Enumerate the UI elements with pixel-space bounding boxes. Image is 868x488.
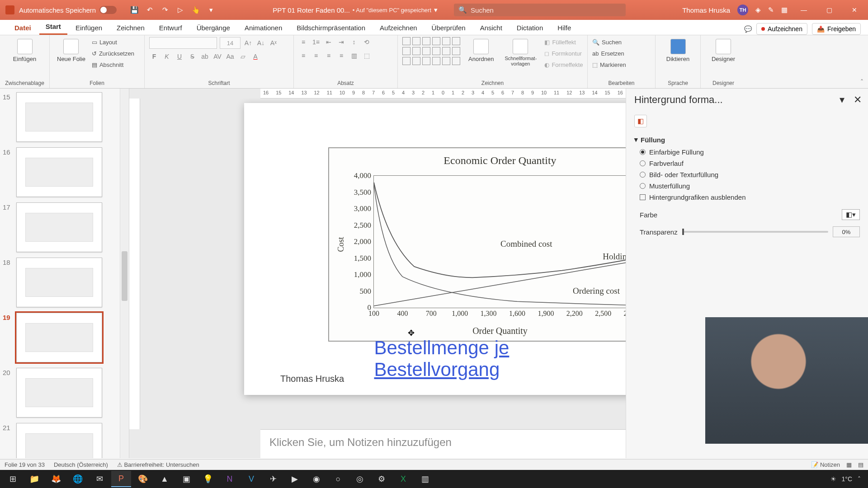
- underline-icon[interactable]: U: [175, 52, 184, 61]
- font-family-select[interactable]: [149, 37, 217, 49]
- view-sorter-icon[interactable]: ▤: [858, 461, 863, 468]
- tab-insert[interactable]: Einfügen: [69, 21, 108, 35]
- outline-button[interactable]: ◻Formkontur: [544, 48, 583, 58]
- justify-icon[interactable]: ≡: [336, 51, 346, 61]
- spacing-icon[interactable]: AV: [212, 52, 222, 61]
- tab-record[interactable]: Aufzeichnen: [373, 21, 424, 35]
- accessibility-status[interactable]: ⚠ Barrierefreiheit: Untersuchen: [117, 461, 199, 468]
- toggle-switch-icon[interactable]: [99, 6, 117, 14]
- close-button[interactable]: ✕: [845, 1, 863, 19]
- taskbar-outlook[interactable]: ✉: [90, 471, 109, 487]
- undo-icon[interactable]: ↶: [145, 5, 155, 15]
- transparency-slider[interactable]: [682, 231, 828, 233]
- weather-icon[interactable]: ☀: [830, 475, 836, 483]
- find-button[interactable]: 🔍Suchen: [592, 37, 651, 47]
- share-button[interactable]: 📤Freigeben: [812, 23, 861, 35]
- taskbar-app-6[interactable]: ○: [328, 471, 348, 487]
- touch-mode-icon[interactable]: 👆: [191, 5, 201, 15]
- taskbar-telegram[interactable]: ✈: [263, 471, 283, 487]
- fill-tab-icon[interactable]: ◧: [634, 115, 647, 127]
- taskbar-vlc[interactable]: ▲: [155, 471, 175, 487]
- slider-knob-icon[interactable]: [682, 229, 684, 235]
- slide-thumbnail-19[interactable]: 19: [16, 313, 117, 362]
- numbering-icon[interactable]: 1≡: [311, 37, 321, 47]
- tab-slideshow[interactable]: Bildschirmpräsentation: [290, 21, 372, 35]
- shapes-gallery[interactable]: [402, 37, 460, 65]
- taskbar-app-3[interactable]: 💡: [198, 471, 218, 487]
- search-box[interactable]: 🔍 Suchen: [454, 4, 626, 16]
- taskbar-app-1[interactable]: 🎨: [133, 471, 153, 487]
- radio-gradient-fill[interactable]: Farbverlauf: [634, 158, 860, 169]
- pen-icon[interactable]: ✎: [768, 6, 774, 14]
- bold-icon[interactable]: F: [149, 52, 159, 61]
- taskbar-app-5[interactable]: ▶: [285, 471, 305, 487]
- designer-button[interactable]: Designer: [705, 37, 741, 64]
- taskbar-app-2[interactable]: ▣: [176, 471, 196, 487]
- redo-icon[interactable]: ↷: [160, 5, 170, 15]
- calendar-icon[interactable]: ▦: [781, 6, 788, 14]
- taskbar-chrome[interactable]: 🌐: [68, 471, 88, 487]
- tab-animations[interactable]: Animationen: [238, 21, 288, 35]
- tab-design[interactable]: Entwurf: [153, 21, 189, 35]
- columns-icon[interactable]: ▥: [349, 51, 359, 61]
- tab-help[interactable]: Hilfe: [551, 21, 577, 35]
- taskbar-firefox[interactable]: 🦊: [46, 471, 66, 487]
- radio-solid-fill[interactable]: Einfarbige Füllung: [634, 146, 860, 158]
- qat-more-icon[interactable]: ▾: [206, 5, 216, 15]
- save-icon[interactable]: 💾: [129, 5, 139, 15]
- tab-dictation[interactable]: Dictation: [510, 21, 549, 35]
- scrollbar-handle[interactable]: [122, 251, 127, 301]
- select-button[interactable]: ⬚Markieren: [592, 60, 651, 70]
- autosave-toggle[interactable]: Automatisches Speichern: [19, 6, 117, 14]
- transparency-value[interactable]: 0%: [833, 226, 860, 237]
- from-beginning-icon[interactable]: ▷: [175, 5, 185, 15]
- taskbar-app-7[interactable]: ◎: [350, 471, 370, 487]
- line-spacing-icon[interactable]: ↕: [349, 37, 359, 47]
- temperature[interactable]: 1°C: [842, 475, 853, 483]
- slide-subtitle[interactable]: Bestellmenge je Bestellvorgang: [374, 337, 634, 380]
- collapse-ribbon-icon[interactable]: ˄: [860, 78, 863, 85]
- align-center-icon[interactable]: ≡: [311, 51, 321, 61]
- tab-transitions[interactable]: Übergänge: [190, 21, 236, 35]
- comments-icon[interactable]: 💬: [744, 25, 752, 33]
- smartart-icon[interactable]: ⬚: [362, 51, 372, 61]
- maximize-button[interactable]: ▢: [820, 1, 838, 19]
- user-avatar[interactable]: TH: [737, 5, 748, 15]
- taskbar-powerpoint[interactable]: P: [111, 471, 131, 487]
- slide-thumbnail-15[interactable]: 15: [16, 92, 117, 142]
- taskbar-obs[interactable]: ◉: [307, 471, 326, 487]
- view-normal-icon[interactable]: ▦: [846, 461, 852, 468]
- dictate-button[interactable]: Diktieren: [660, 37, 696, 64]
- slide-thumbnail-18[interactable]: 18: [16, 258, 117, 307]
- slide-counter[interactable]: Folie 19 von 33: [5, 461, 45, 468]
- pane-close-icon[interactable]: ✕: [854, 94, 862, 105]
- italic-icon[interactable]: K: [162, 52, 172, 61]
- slide-thumbnail-21[interactable]: 21: [16, 423, 117, 458]
- clear-format-icon[interactable]: Aᵡ: [269, 38, 278, 48]
- slide-thumbnail-20[interactable]: 20: [16, 368, 117, 418]
- case-icon[interactable]: Aa: [225, 52, 235, 61]
- taskbar-app-4[interactable]: V: [241, 471, 261, 487]
- bullets-icon[interactable]: ≡: [298, 37, 308, 47]
- radio-pattern-fill[interactable]: Musterfüllung: [634, 180, 860, 192]
- thumbnail-scrollbar[interactable]: [120, 89, 129, 458]
- text-direction-icon[interactable]: ⟲: [362, 37, 372, 47]
- arrange-button[interactable]: Anordnen: [466, 37, 496, 64]
- font-color-icon[interactable]: A: [250, 52, 260, 61]
- fill-button[interactable]: ◧Fülleffekt: [544, 37, 583, 47]
- decrease-font-icon[interactable]: A↓: [256, 38, 266, 48]
- radio-picture-fill[interactable]: Bild- oder Texturfüllung: [634, 169, 860, 180]
- quickstyles-button[interactable]: Schnellformat-vorlagen: [502, 37, 539, 68]
- taskbar-app-8[interactable]: ▥: [415, 471, 435, 487]
- indent-more-icon[interactable]: ⇥: [336, 37, 346, 47]
- align-right-icon[interactable]: ≡: [324, 51, 334, 61]
- diamond-icon[interactable]: ◈: [755, 6, 761, 14]
- paste-button[interactable]: Einfügen: [5, 37, 45, 64]
- eoq-chart[interactable]: Economic Order Quantity Cost Order Quant…: [328, 147, 672, 342]
- taskbar-explorer[interactable]: 📁: [24, 471, 44, 487]
- title-dropdown-icon[interactable]: ▾: [434, 6, 438, 14]
- section-button[interactable]: ▤Abschnitt: [92, 60, 134, 70]
- notes-toggle[interactable]: 📝 Notizen: [811, 461, 840, 468]
- strike-icon[interactable]: S̶: [187, 52, 197, 61]
- indent-less-icon[interactable]: ⇤: [324, 37, 334, 47]
